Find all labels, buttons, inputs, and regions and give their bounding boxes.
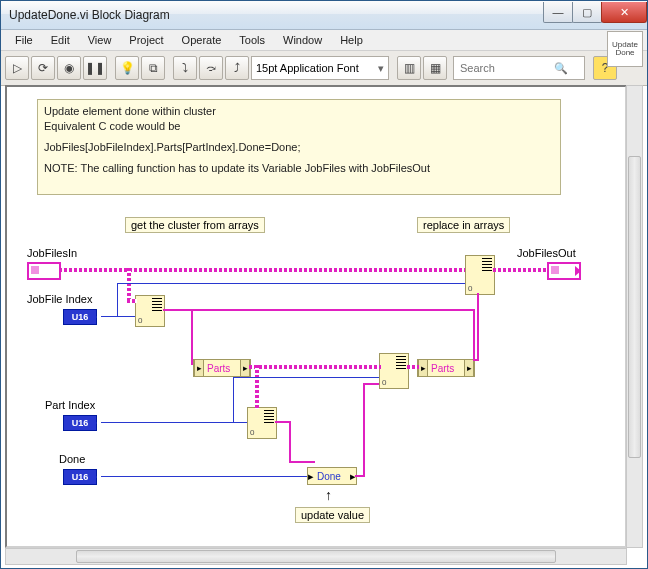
wire-blue [117,283,465,284]
menu-window[interactable]: Window [275,32,330,48]
label-jobfileindex: JobFile Index [27,293,92,305]
node-unbundle-parts[interactable]: ▸ Parts ▸ [193,359,251,377]
bundle-field-parts: Parts [428,363,457,374]
wire-blue [101,422,247,423]
diagram: Update element done within cluster Equiv… [7,87,625,546]
label-jobfilesout: JobFilesOut [517,247,576,259]
comment-l1: Update element done within cluster [44,104,554,119]
search-icon: 🔍 [554,62,568,75]
wire [477,293,479,359]
wire [191,309,193,365]
wire [275,421,291,423]
control-partindex[interactable]: U16 [63,415,97,431]
search-box[interactable]: 🔍 [453,56,585,80]
menu-operate[interactable]: Operate [174,32,230,48]
node-replace-array-1[interactable]: 0 [465,255,495,295]
run-continuous-button[interactable]: ⟳ [31,56,55,80]
menu-tools[interactable]: Tools [231,32,273,48]
wire-blue [233,377,234,422]
label-done: Done [59,453,85,465]
titlebar[interactable]: UpdateDone.vi Block Diagram — ▢ ✕ [1,1,647,30]
pause-button[interactable]: ❚❚ [83,56,107,80]
unbundle-field: Parts [204,363,233,374]
vi-icon-l2: Done [615,49,634,57]
distribute-button[interactable]: ▦ [423,56,447,80]
highlight-exec-button[interactable]: 💡 [115,56,139,80]
align-button[interactable]: ▥ [397,56,421,80]
close-button[interactable]: ✕ [601,2,647,23]
wire-blue [101,316,135,317]
wire [127,299,137,303]
label-get-cluster[interactable]: get the cluster from arrays [125,217,265,233]
app-window: UpdateDone.vi Block Diagram — ▢ ✕ File E… [0,0,648,569]
wire [289,461,315,463]
wire [363,383,365,475]
arrow-up-icon: ↑ [325,487,332,503]
wire [289,421,291,461]
run-button[interactable]: ▷ [5,56,29,80]
menubar: File Edit View Project Operate Tools Win… [1,30,647,51]
wire [59,268,465,272]
step-over-button[interactable]: ⤼ [199,56,223,80]
wire [255,365,259,409]
wire [473,309,475,359]
wire [363,383,379,385]
minimize-button[interactable]: — [543,2,573,23]
abort-button[interactable]: ◉ [57,56,81,80]
node-index-array-2[interactable]: 0 [247,407,277,439]
wire [493,268,547,272]
diagram-comment[interactable]: Update element done within cluster Equiv… [37,99,561,195]
horizontal-scrollbar[interactable] [5,548,627,565]
wire [473,359,479,361]
menu-project[interactable]: Project [121,32,171,48]
wire [407,365,419,369]
font-selector[interactable]: 15pt Application Font ▾ [251,56,389,80]
window-title: UpdateDone.vi Block Diagram [9,8,544,22]
control-jobfileindex[interactable]: U16 [63,309,97,325]
chevron-down-icon: ▾ [378,62,384,75]
indicator-jobfilesout[interactable] [547,262,581,280]
label-update-value[interactable]: update value [295,507,370,523]
vi-icon[interactable]: Update Done [607,31,643,67]
maximize-button[interactable]: ▢ [572,2,602,23]
comment-l2: Equivalent C code would be [44,119,554,134]
wire [355,475,365,477]
label-replace[interactable]: replace in arrays [417,217,510,233]
menu-edit[interactable]: Edit [43,32,78,48]
node-bundle-parts[interactable]: ▸ Parts ▸ [417,359,475,377]
bundle-handle-l: ▸ [418,360,428,376]
scroll-thumb[interactable] [628,156,641,458]
node-replace-array-2[interactable]: 0 [379,353,409,389]
search-input[interactable] [458,61,554,75]
vertical-scrollbar[interactable] [626,85,643,548]
label-partindex: Part Index [45,399,95,411]
node-index-array-1[interactable]: 0 [135,295,165,327]
wire-blue [233,377,379,378]
scroll-thumb[interactable] [76,550,556,563]
wire [249,365,381,369]
step-out-button[interactable]: ⤴ [225,56,249,80]
menu-help[interactable]: Help [332,32,371,48]
bundle-field-done: Done [314,471,344,482]
step-into-button[interactable]: ⤵ [173,56,197,80]
comment-l3: JobFiles[JobFileIndex].Parts[PartIndex].… [44,140,554,155]
block-diagram-canvas[interactable]: Update element done within cluster Equiv… [5,85,627,548]
window-buttons: — ▢ ✕ [544,2,647,22]
wire-blue [101,476,307,477]
menu-file[interactable]: File [7,32,41,48]
label-jobfilesin: JobFilesIn [27,247,77,259]
toolbar: ▷ ⟳ ◉ ❚❚ 💡 ⧉ ⤵ ⤼ ⤴ 15pt Application Font… [1,51,647,86]
comment-l4: NOTE: The calling function has to update… [44,161,554,176]
font-label: 15pt Application Font [256,62,359,74]
bundle-handle-r: ▸ [464,360,474,376]
retain-wire-button[interactable]: ⧉ [141,56,165,80]
control-jobfilesin[interactable] [27,262,61,280]
unbundle-handle-l: ▸ [194,360,204,376]
wire [163,309,475,311]
node-bundle-done[interactable]: ▸ Done ▸ [307,467,357,485]
wire-blue [117,283,118,316]
menu-view[interactable]: View [80,32,120,48]
control-done[interactable]: U16 [63,469,97,485]
